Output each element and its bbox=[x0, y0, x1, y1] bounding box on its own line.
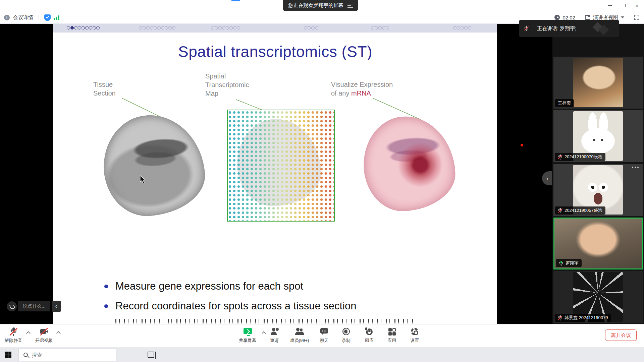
share-screen-button[interactable]: 共享屏幕 bbox=[233, 327, 262, 344]
mrna-expression-image bbox=[361, 114, 457, 213]
emoji-icon[interactable] bbox=[7, 301, 17, 311]
participant-name-badge: 202412190070阮程 bbox=[555, 153, 605, 161]
slide-nav-dot bbox=[304, 26, 307, 29]
clock-icon bbox=[554, 15, 560, 20]
gear-icon bbox=[410, 327, 419, 336]
divider bbox=[39, 15, 39, 20]
participant-name-badge: 韩景愈 202412190079 bbox=[555, 314, 611, 322]
slide-nav-dot-group bbox=[304, 26, 318, 29]
settings-button[interactable]: 设置 bbox=[400, 327, 429, 344]
mrna-highlight: mRNA bbox=[351, 89, 371, 97]
slide-nav-dot bbox=[386, 26, 389, 29]
taskbar-search[interactable] bbox=[18, 349, 116, 361]
windows-taskbar bbox=[0, 347, 644, 362]
more-options-icon[interactable] bbox=[632, 167, 639, 169]
partial-bullet-sliver bbox=[115, 319, 414, 324]
participant-name-badge: 王梓奕 bbox=[555, 99, 574, 107]
banner-menu-icon[interactable] bbox=[347, 4, 353, 8]
meeting-window: × i 会议详情 02:02 演讲者视图 bbox=[0, 0, 644, 362]
mic-active-icon bbox=[559, 261, 564, 266]
slide-nav-dot-group bbox=[371, 26, 389, 29]
slide-nav-dot bbox=[378, 26, 382, 29]
slide-nav-dot bbox=[96, 26, 100, 29]
slide-nav-dot bbox=[375, 26, 378, 29]
participant-tile[interactable]: 韩景愈 202412190079 bbox=[553, 271, 643, 323]
participant-name-badge: 罗翔宇 bbox=[556, 259, 582, 267]
slide-nav-dot bbox=[168, 26, 172, 29]
presentation-slide: Spatial transcriptomics (ST) Tissue Sect… bbox=[53, 24, 497, 324]
slide-nav-dot-group bbox=[139, 26, 175, 29]
chevron-down-icon[interactable] bbox=[621, 16, 624, 18]
spot-grid bbox=[228, 110, 334, 221]
watching-screen-banner[interactable]: 您正在观看罗翔宇的屏幕 bbox=[283, 0, 358, 11]
invite-button[interactable]: + 邀请 bbox=[260, 327, 289, 344]
mic-muted-icon bbox=[558, 208, 562, 213]
slide-nav-dot bbox=[78, 26, 81, 29]
slide-nav-dot-group bbox=[211, 26, 240, 29]
label-st-map: Spatial Transcriptomic Map bbox=[205, 72, 249, 98]
bullet-item: Record coordinates for spots across a ti… bbox=[104, 300, 357, 312]
participant-name: 罗翔宇 bbox=[566, 260, 579, 266]
participant-name: 韩景愈 202412190079 bbox=[565, 315, 608, 321]
slide-nav-dot-group bbox=[453, 26, 471, 29]
slide-nav-dot bbox=[461, 26, 464, 29]
chat-input-pill[interactable]: 说点什么... bbox=[18, 301, 50, 311]
slide-nav-dot bbox=[457, 26, 460, 29]
slide-nav-dot bbox=[218, 26, 222, 29]
security-shield-icon[interactable] bbox=[44, 14, 51, 21]
slide-nav-dot bbox=[371, 26, 374, 29]
windows-start-button[interactable] bbox=[5, 352, 11, 358]
participant-tile[interactable]: 王梓奕 bbox=[553, 57, 643, 109]
slide-nav-dot bbox=[74, 26, 77, 29]
members-people-icon bbox=[295, 327, 304, 336]
search-input[interactable] bbox=[31, 352, 98, 358]
apps-grid-icon bbox=[387, 327, 396, 336]
bullet-icon bbox=[104, 304, 108, 308]
fullscreen-icon[interactable] bbox=[634, 15, 639, 20]
meeting-logo-watermark bbox=[594, 23, 614, 35]
bullet-item: Measure gene expressions for each spot bbox=[104, 280, 303, 292]
slide-nav-dot bbox=[464, 26, 468, 29]
minimize-button[interactable] bbox=[606, 2, 614, 9]
tissue-section-image bbox=[100, 112, 208, 219]
laser-pointer-dot bbox=[521, 144, 523, 146]
leave-meeting-button[interactable]: 离开会议 bbox=[605, 329, 637, 341]
slide-nav-dot bbox=[382, 26, 385, 29]
meeting-details-link[interactable]: 会议详情 bbox=[13, 14, 33, 21]
meeting-duration: 02:02 bbox=[562, 15, 575, 20]
mic-muted-icon bbox=[558, 155, 562, 160]
slide-nav-dot bbox=[93, 26, 96, 29]
avatar bbox=[573, 58, 623, 107]
invite-person-icon: + bbox=[270, 327, 279, 336]
mic-muted-icon bbox=[524, 26, 529, 31]
participant-name-badge: 202412190057盛浩 bbox=[555, 206, 605, 215]
slide-nav-dot bbox=[143, 26, 146, 29]
close-button[interactable]: × bbox=[633, 2, 641, 9]
task-view-icon[interactable] bbox=[148, 352, 154, 358]
bullet-icon bbox=[104, 285, 108, 288]
slide-nav-dot bbox=[237, 26, 240, 29]
record-icon bbox=[342, 327, 351, 336]
slide-nav-dot bbox=[82, 26, 85, 29]
mic-muted-icon bbox=[9, 327, 18, 336]
speaking-toast: 正在讲话: 罗翔宇; bbox=[519, 20, 619, 37]
label-tissue-section: Tissue Section bbox=[93, 80, 116, 98]
maximize-button[interactable] bbox=[619, 2, 628, 9]
label-visualize-mrna: Visualize Expression of any mRNA bbox=[331, 80, 393, 98]
slide-nav-dot bbox=[146, 26, 150, 29]
reaction-smiley-icon bbox=[365, 327, 374, 336]
chat-collapse-chevron[interactable]: ‹ bbox=[52, 301, 61, 312]
slide-nav-dot bbox=[157, 26, 161, 29]
slide-nav-dot bbox=[226, 26, 229, 29]
participant-tile-speaking[interactable]: 罗翔宇 bbox=[553, 218, 643, 269]
participant-tile[interactable]: 202412190070阮程 bbox=[553, 110, 643, 162]
spatial-transcriptomic-map-image bbox=[227, 110, 335, 222]
view-mode-selector[interactable]: 演讲者视图 bbox=[593, 14, 618, 21]
slide-nav-dot bbox=[154, 26, 157, 29]
chat-bubble-icon bbox=[320, 327, 329, 336]
bullet-text: Measure gene expressions for each spot bbox=[115, 280, 303, 292]
unmute-button[interactable]: 解除静音 bbox=[0, 327, 28, 344]
participant-tile[interactable]: 202412190057盛浩 bbox=[553, 164, 643, 216]
slide-nav-dot-group bbox=[67, 26, 100, 29]
start-video-button[interactable]: 开启视频 bbox=[30, 327, 58, 344]
